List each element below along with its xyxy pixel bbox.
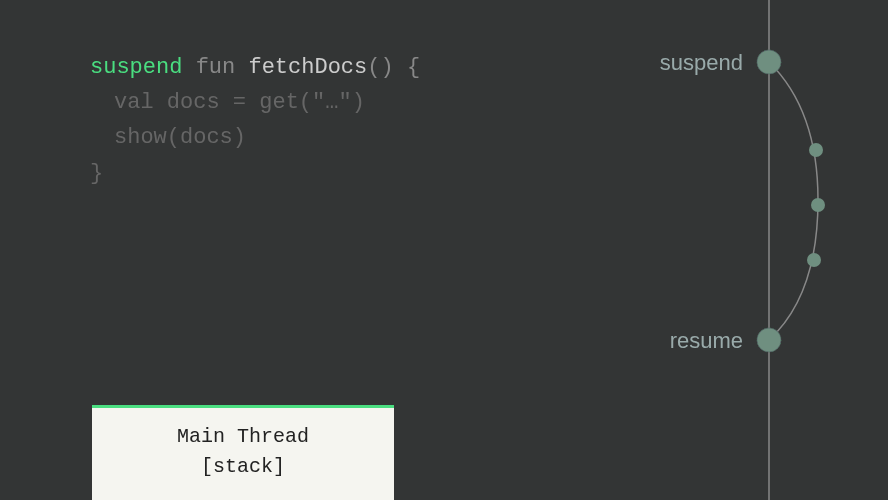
- function-name: fetchDocs: [248, 55, 367, 80]
- code-line-4: }: [90, 156, 420, 191]
- timeline-diagram: suspend resume: [628, 0, 888, 500]
- thread-title: Main Thread: [102, 422, 384, 452]
- svg-point-3: [809, 143, 823, 157]
- svg-point-5: [807, 253, 821, 267]
- code-line-2: val docs = get("…"): [90, 85, 420, 120]
- timeline-label-resume: resume: [670, 328, 743, 354]
- open-brace: {: [407, 55, 420, 80]
- thread-subtitle: [stack]: [102, 452, 384, 482]
- timeline-label-suspend: suspend: [660, 50, 743, 76]
- code-block: suspend fun fetchDocs() { val docs = get…: [90, 50, 420, 191]
- thread-stack-box: Main Thread [stack]: [92, 405, 394, 500]
- code-line-1: suspend fun fetchDocs() {: [90, 50, 420, 85]
- keyword-suspend: suspend: [90, 55, 182, 80]
- code-line-3: show(docs): [90, 120, 420, 155]
- keyword-fun: fun: [196, 55, 236, 80]
- parens: (): [367, 55, 393, 80]
- svg-point-4: [811, 198, 825, 212]
